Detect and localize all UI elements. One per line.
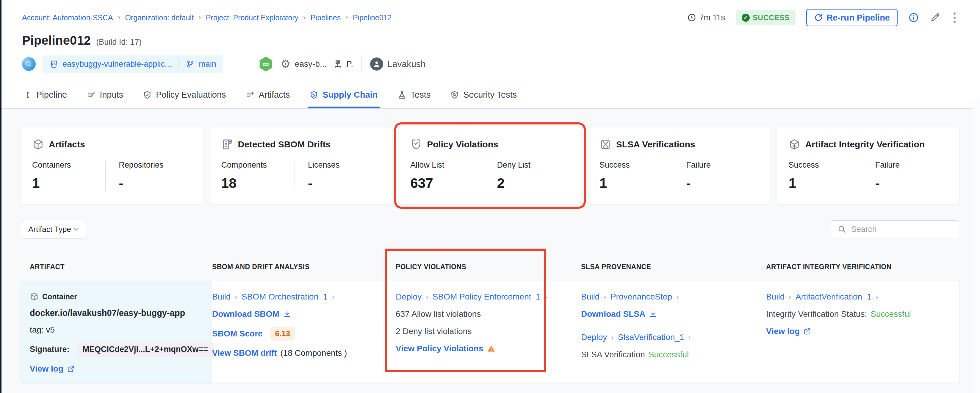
card-policy-violations: Policy Violations Allow List 637 Deny Li… [399, 127, 581, 204]
stage-link[interactable]: Build [581, 292, 600, 302]
stat-label: Components [221, 160, 294, 170]
rerun-pipeline-button[interactable]: Re-run Pipeline [806, 9, 897, 26]
repo-name[interactable]: easybuggy-vulnerable-applic... [62, 59, 171, 69]
shield-search-icon [450, 91, 459, 99]
download-icon [649, 310, 657, 318]
slsa-verification-label: SLSA Verification [581, 350, 645, 359]
stat-value: - [119, 175, 191, 191]
tab-supply-chain[interactable]: Supply Chain [309, 81, 377, 109]
step-link[interactable]: SBOM Policy Enforcement_1 [433, 292, 541, 302]
stage-link[interactable]: Deploy [581, 332, 607, 342]
kebab-menu-icon[interactable] [951, 11, 958, 24]
download-sbom-link[interactable]: Download SBOM [212, 309, 279, 319]
breadcrumb-pipeline012[interactable]: Pipeline012 [353, 13, 392, 22]
chevron-right-icon: › [788, 292, 792, 302]
artifact-type-select[interactable]: Artifact Type [21, 220, 86, 238]
edit-pencil-icon[interactable] [930, 12, 940, 23]
sbom-document-icon [221, 139, 233, 150]
tab-tests[interactable]: Tests [398, 81, 431, 109]
search-input[interactable] [851, 225, 952, 234]
search-box[interactable] [830, 220, 959, 238]
info-icon[interactable] [908, 12, 919, 23]
artifact-name: docker.io/lavakush07/easy-buggy-app [30, 308, 185, 318]
stage-link[interactable]: Build [766, 292, 784, 302]
breadcrumb-organization[interactable]: Organization: default [125, 13, 194, 22]
step-link[interactable]: SBOM Orchestration_1 [242, 292, 328, 302]
stat-value: 637 [410, 175, 484, 191]
artifact-type-label: Artifact Type [28, 225, 71, 234]
sbom-score-link[interactable]: SBOM Score [212, 329, 263, 339]
tab-artifacts[interactable]: Artifacts [246, 81, 290, 109]
integrity-status-value: Successful [870, 309, 911, 319]
refresh-icon [814, 13, 823, 22]
view-log-link[interactable]: View log [766, 327, 800, 336]
branch-name[interactable]: main [199, 59, 216, 69]
breadcrumb-project[interactable]: Project: Product Exploratory [206, 13, 298, 22]
view-policy-violations-link[interactable]: View Policy Violations [396, 344, 484, 353]
tab-pipeline[interactable]: Pipeline [23, 81, 67, 109]
page-header: Account: Automation-SSCA › Organization:… [0, 0, 980, 81]
sbom-score-badge: 6.13 [270, 327, 295, 340]
slsa-icon [600, 139, 611, 150]
breadcrumb-pipelines[interactable]: Pipelines [310, 13, 340, 22]
chevron-right-icon: › [676, 292, 679, 302]
chevron-down-icon [72, 225, 80, 233]
gear-icon: ⚙ [280, 58, 291, 70]
shield-check-icon [410, 139, 422, 150]
trigger-stage-short[interactable]: P. [346, 59, 353, 69]
stage-link[interactable]: Deploy [396, 292, 422, 302]
scrollbar[interactable] [972, 100, 980, 393]
stat-value: - [686, 175, 759, 191]
breadcrumb-account[interactable]: Account: Automation-SSCA [22, 13, 113, 22]
card-title: SLSA Verifications [616, 139, 695, 149]
artifact-integrity-cell: Build › ArtifactVerification_1 › Integri… [766, 281, 959, 383]
card-sbom-drifts: Detected SBOM Drifts Components 18 Licen… [210, 127, 392, 204]
supply-chain-content: Artifacts Containers 1 Repositories - De… [0, 109, 980, 383]
infrastructure-icon [332, 59, 343, 69]
chevron-right-icon: › [603, 292, 607, 302]
card-title: Artifact Integrity Verification [805, 139, 925, 149]
trigger-webhook-icon: ∞ [259, 57, 273, 72]
meta-divider [361, 55, 362, 73]
view-log-link[interactable]: View log [30, 364, 64, 374]
stat-label: Containers [32, 160, 105, 170]
chevron-right-icon: › [345, 13, 348, 22]
chevron-right-icon: › [331, 292, 335, 302]
step-link[interactable]: SlsaVerification_1 [618, 332, 684, 342]
chevron-right-icon: › [118, 13, 121, 22]
tab-policy-evaluations[interactable]: Policy Evaluations [143, 81, 226, 109]
stat-value: 18 [221, 175, 294, 191]
signature-value[interactable]: MEQCICde2Vjl...L+2+mqnOXw== [77, 342, 214, 357]
stat-label: Repositories [119, 160, 191, 170]
card-title: Detected SBOM Drifts [238, 139, 331, 149]
stat-label: Success [788, 160, 862, 170]
repository-icon [49, 59, 58, 69]
stat-value: 1 [788, 175, 862, 191]
tab-security-tests[interactable]: Security Tests [450, 81, 517, 109]
table-header-row: ARTIFACT SBOM AND DRIFT ANALYSIS POLICY … [21, 260, 959, 281]
repo-branch-pill[interactable]: easybuggy-vulnerable-applic... main [42, 55, 223, 73]
rerun-pipeline-label: Re-run Pipeline [826, 13, 890, 22]
column-header-artifact-integrity: ARTIFACT INTEGRITY VERIFICATION [766, 260, 959, 281]
trigger-pipeline-name[interactable]: easy-b... [295, 59, 327, 69]
tab-inputs[interactable]: Inputs [87, 81, 123, 109]
stage-link[interactable]: Build [212, 292, 231, 302]
chevron-right-icon: › [544, 292, 548, 302]
stat-label: Failure [686, 160, 759, 170]
artifact-tag: tag: v5 [30, 325, 55, 335]
view-sbom-drift-link[interactable]: View SBOM drift [212, 348, 277, 358]
tab-label: Policy Evaluations [156, 90, 226, 100]
stat-label: Licenses [308, 160, 380, 170]
stat-label: Success [600, 160, 673, 170]
download-slsa-link[interactable]: Download SLSA [581, 309, 645, 319]
tab-label: Supply Chain [323, 90, 377, 100]
step-link[interactable]: ProvenanceStep [611, 292, 672, 302]
stat-value: 1 [32, 175, 105, 191]
chevron-right-icon: › [303, 13, 306, 22]
slsa-provenance-cell: Build › ProvenanceStep › Download SLSA D… [581, 281, 766, 383]
shield-check-icon [143, 91, 152, 99]
stat-label: Allow List [410, 160, 484, 170]
step-link[interactable]: ArtifactVerification_1 [795, 292, 872, 302]
cube-icon [30, 292, 39, 301]
stat-value: 2 [497, 175, 570, 191]
